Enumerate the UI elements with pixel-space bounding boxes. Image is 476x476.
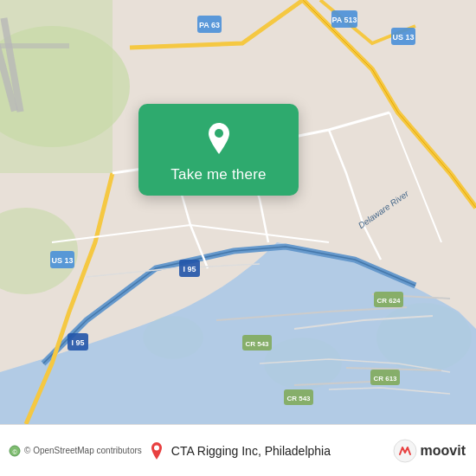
osm-logo-icon: © [9,445,21,457]
svg-text:CR 543: CR 543 [245,340,269,348]
location-marker-icon [149,441,164,460]
svg-rect-9 [0,43,69,48]
osm-credit: © © OpenStreetMap contributors [9,445,142,457]
svg-text:CR 613: CR 613 [373,375,397,383]
svg-text:PA 63: PA 63 [199,21,220,29]
moovit-logo: moovit [393,439,466,463]
svg-text:CR 543: CR 543 [286,395,311,402]
svg-text:PA 513: PA 513 [331,16,357,24]
svg-text:©: © [12,448,17,454]
map-container: PA 63 PA 513 US 13 US 13 I 95 I 95 CR 54… [0,0,476,424]
location-text: CTA Rigging Inc, Philadelphia [171,444,331,458]
map-svg: PA 63 PA 513 US 13 US 13 I 95 I 95 CR 54… [0,0,476,424]
svg-text:US 13: US 13 [392,33,414,42]
moovit-icon [393,439,417,463]
location-info: CTA Rigging Inc, Philadelphia [149,441,393,460]
bottom-bar: © © OpenStreetMap contributors CTA Riggi… [0,424,476,476]
take-me-there-button[interactable]: Take me there [138,104,299,196]
svg-point-31 [215,129,223,138]
svg-text:US 13: US 13 [51,256,73,265]
take-me-there-label: Take me there [170,166,266,183]
svg-text:CR 624: CR 624 [376,297,401,305]
osm-credit-text: © OpenStreetMap contributors [24,446,142,455]
moovit-text: moovit [421,443,466,459]
svg-text:I 95: I 95 [183,265,196,273]
svg-text:I 95: I 95 [71,338,84,347]
location-pin-icon [200,119,238,158]
svg-point-34 [154,445,159,450]
